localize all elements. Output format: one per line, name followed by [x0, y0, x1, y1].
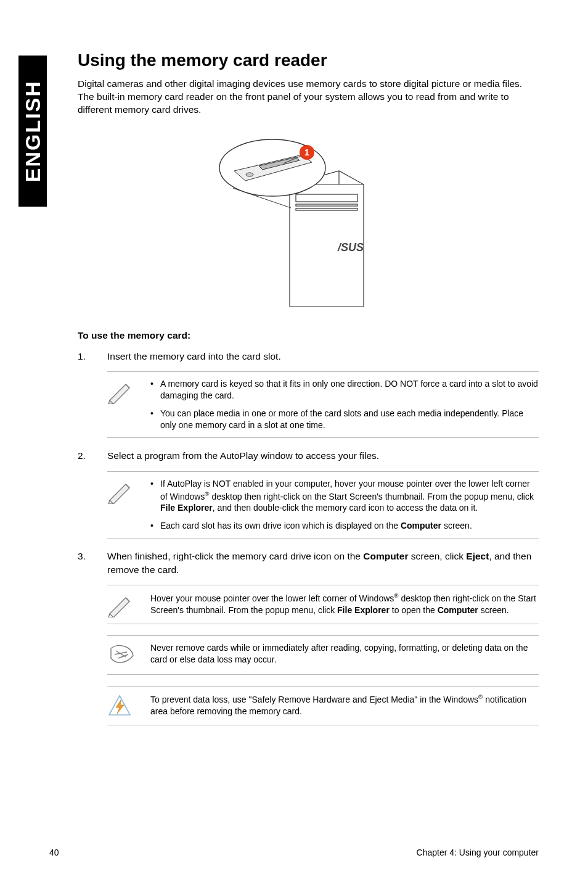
- intro-paragraph: Digital cameras and other digital imagin…: [78, 78, 539, 117]
- note-block-3: Hover your mouse pointer over the lower …: [107, 585, 539, 624]
- note-text: Hover your mouse pointer over the lower …: [150, 592, 539, 617]
- pencil-icon: [107, 379, 134, 404]
- svg-rect-3: [296, 204, 357, 206]
- procedure-heading: To use the memory card:: [78, 330, 539, 341]
- language-tab: ENGLISH: [18, 56, 47, 207]
- chapter-label: Chapter 4: Using your computer: [417, 848, 539, 857]
- step-text: Insert the memory card into the card slo…: [107, 350, 539, 363]
- svg-rect-2: [296, 194, 357, 202]
- callout-number: 1: [304, 147, 309, 157]
- warning-bolt-icon: [107, 694, 132, 719]
- pencil-icon: [107, 479, 134, 504]
- note-item: You can place media in one or more of th…: [150, 408, 539, 431]
- step-number: 2.: [78, 449, 107, 463]
- language-tab-label: ENGLISH: [21, 80, 45, 182]
- svg-point-6: [246, 173, 253, 176]
- step-text: When finished, right-click the memory ca…: [107, 550, 539, 576]
- product-illustration: /SUS 1: [78, 128, 539, 313]
- step-text: Select a program from the AutoPlay windo…: [107, 449, 539, 463]
- note-block-5: To prevent data loss, use "Safely Remove…: [107, 686, 539, 725]
- note-item: If AutoPlay is NOT enabled in your compu…: [150, 478, 539, 514]
- step-number: 3.: [78, 550, 107, 576]
- note-block-1: A memory card is keyed so that it fits i…: [107, 371, 539, 438]
- note-item: Each card slot has its own drive icon wh…: [150, 520, 539, 532]
- pencil-icon: [107, 593, 134, 617]
- page-footer: 40 Chapter 4: Using your computer: [49, 848, 539, 857]
- step-number: 1.: [78, 350, 107, 363]
- note-text: To prevent data loss, use "Safely Remove…: [150, 693, 539, 719]
- note-block-4: Never remove cards while or immediately …: [107, 635, 539, 675]
- step-3: 3. When finished, right-click the memory…: [78, 550, 539, 576]
- page-number: 40: [49, 848, 59, 857]
- tower-logo: /SUS: [337, 241, 364, 254]
- hand-caution-icon: [107, 643, 137, 668]
- svg-rect-4: [296, 208, 357, 210]
- note-text: Never remove cards while or immediately …: [150, 642, 539, 668]
- step-1: 1. Insert the memory card into the card …: [78, 350, 539, 363]
- note-block-2: If AutoPlay is NOT enabled in your compu…: [107, 471, 539, 538]
- page-title: Using the memory card reader: [78, 51, 539, 70]
- note-item: A memory card is keyed so that it fits i…: [150, 378, 539, 402]
- step-2: 2. Select a program from the AutoPlay wi…: [78, 449, 539, 463]
